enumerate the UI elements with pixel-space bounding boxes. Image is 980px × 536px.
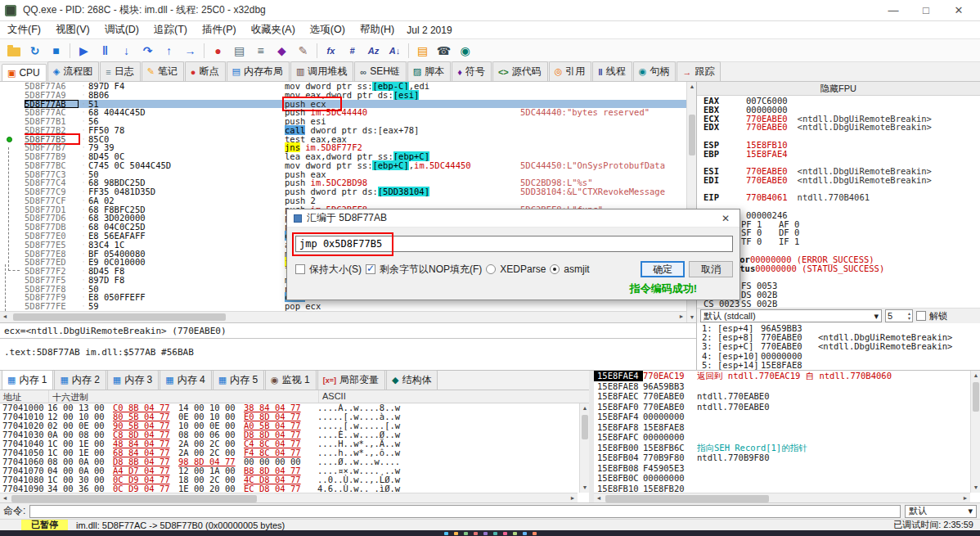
menu-item-plugins[interactable]: 插件(P) — [195, 21, 244, 38]
breakpoint-gutter[interactable] — [0, 196, 25, 205]
tab-breakpoints[interactable]: ●断点 — [185, 61, 226, 81]
scrollbar-thumb[interactable] — [689, 115, 695, 155]
xedparse-radio[interactable] — [486, 264, 496, 274]
tab-source[interactable]: <>源代码 — [492, 61, 548, 81]
stack-row[interactable]: 15E8FB1015E8FB20 — [594, 484, 970, 493]
taskbar-icon[interactable] — [483, 532, 488, 535]
scrollbar-thumb[interactable] — [973, 382, 979, 412]
stack-row[interactable]: 15E8FAF815E8FAE8 — [594, 422, 970, 433]
command-input[interactable] — [29, 505, 901, 518]
arguments-list[interactable]: 1: [esp+4]96A59BB32: [esp+8]770EABE0<ntd… — [697, 324, 980, 370]
breakpoint-gutter[interactable] — [0, 170, 25, 179]
sort-icon[interactable]: A↓ — [384, 41, 405, 60]
memory-map-icon[interactable]: ▤ — [229, 41, 249, 60]
stack-row[interactable]: 15E8FB0C00000000 — [594, 473, 970, 484]
tab-memory-map[interactable]: ▤内存布局 — [227, 61, 290, 81]
asmjit-radio[interactable] — [550, 264, 560, 274]
phone-icon[interactable]: ☎ — [434, 41, 454, 60]
ok-button[interactable]: 确定 — [641, 261, 685, 277]
tab-graph[interactable]: ◈流程图 — [47, 61, 99, 81]
scroll-up-icon[interactable]: ▲ — [971, 371, 980, 381]
flag-cell[interactable]: TF 0 — [741, 237, 779, 246]
tab-locals[interactable]: [x=]局部变量 — [317, 370, 385, 390]
taskbar-icon[interactable] — [523, 532, 527, 535]
register-row[interactable]: ES 002BDS 002B — [704, 291, 980, 300]
breakpoint-gutter[interactable] — [0, 276, 25, 285]
taskbar-icon[interactable] — [464, 532, 468, 535]
breakpoint-gutter[interactable] — [0, 205, 25, 214]
menu-item-file[interactable]: 文件(F) — [0, 21, 48, 38]
open-file-icon[interactable] — [3, 41, 24, 60]
scrollbar-thumb[interactable] — [11, 495, 257, 502]
stack-row[interactable]: 15E8FAE896A59BB3 — [594, 381, 970, 392]
stack-row[interactable]: 15E8FAF0770EABE0ntdll.770EABE0 — [594, 402, 970, 412]
breakpoint-gutter[interactable] — [0, 293, 25, 302]
register-row[interactable]: EIP770B4061ntdll.770B4061 — [704, 193, 980, 202]
tab-call-stack[interactable]: ▥调用堆栈 — [290, 61, 353, 81]
breakpoint-gutter[interactable] — [0, 135, 25, 144]
register-row[interactable]: EBP15E8FAE4 — [704, 150, 980, 159]
breakpoint-gutter[interactable] — [0, 161, 25, 170]
tab-log[interactable]: ≡日志 — [100, 61, 140, 81]
register-value[interactable]: 15E8FB10 — [746, 141, 788, 150]
register-row[interactable]: CS 0023SS 002B — [704, 300, 980, 308]
disasm-row[interactable]: 5D8F77BC·C745 0C 5044C45Dmov dword ptr s… — [0, 161, 686, 170]
stack-row[interactable]: 15E8FAE4770EAC19返回到 ntdll.770EAC19 自 ntd… — [594, 371, 970, 381]
breakpoint-gutter[interactable] — [0, 143, 25, 152]
tab-threads[interactable]: ‖线程 — [592, 61, 632, 81]
breakpoint-gutter[interactable] — [0, 267, 25, 276]
breakpoint-gutter[interactable] — [0, 187, 25, 196]
taskbar-icon[interactable] — [454, 532, 458, 535]
dump-row[interactable]: 7704109034 00 36 000C D9 04 771E 00 20 0… — [0, 484, 578, 493]
register-row[interactable]: LastStatus00000000 (STATUS_SUCCESS) — [704, 264, 980, 273]
disasm-horizontal-scrollbar[interactable]: ◄ ► — [0, 311, 686, 322]
dump-vertical-scrollbar[interactable]: ▲ ▼ — [579, 403, 589, 493]
breakpoint-gutter[interactable] — [0, 117, 25, 126]
register-row[interactable]: LastError00000000 (ERROR_SUCCESS) — [704, 255, 980, 264]
flag-cell[interactable]: SS 002B — [741, 300, 779, 308]
register-row[interactable]: EBX00000000 — [704, 106, 980, 115]
scrollbar-thumb[interactable] — [13, 313, 226, 321]
keep-size-checkbox[interactable] — [295, 264, 305, 274]
step-over-icon[interactable]: ↷ — [137, 41, 158, 60]
breakpoint-gutter[interactable] — [0, 232, 25, 241]
flag-cell[interactable]: DS 002B — [741, 291, 779, 300]
tab-memory-2[interactable]: ▦内存 2 — [54, 370, 106, 390]
taskbar-icon[interactable] — [474, 532, 478, 535]
register-row[interactable]: EDX770EABE0<ntdll.DbgUiRemoteBreakin> — [704, 123, 980, 132]
tab-script[interactable]: ▨脚本 — [407, 61, 451, 81]
stack-row[interactable]: 15E8FB04770B9F80ntdll.770B9F80 — [594, 453, 970, 463]
maximize-button[interactable]: □ — [910, 4, 942, 16]
case-icon[interactable]: Az — [363, 41, 384, 60]
script-type-select[interactable]: 默认 ▾ — [905, 505, 977, 518]
function-icon[interactable]: fx — [321, 41, 341, 60]
notepad-icon[interactable]: ▤ — [412, 41, 433, 60]
tab-seh[interactable]: ∞SEH链 — [354, 61, 407, 81]
register-value[interactable]: 00000000 (ERROR_SUCCESS) — [750, 255, 874, 264]
breakpoint-gutter[interactable] — [0, 223, 25, 232]
breakpoint-gutter[interactable] — [0, 91, 25, 100]
register-value[interactable]: 770EABE0 — [746, 123, 788, 132]
tab-notes[interactable]: ✎笔记 — [142, 61, 184, 81]
register-row[interactable]: ESP15E8FB10 — [704, 141, 980, 150]
register-value[interactable]: 770EABE0 — [746, 176, 788, 185]
breakpoint-gutter[interactable] — [0, 100, 25, 109]
tab-symbols[interactable]: ♦符号 — [452, 61, 492, 81]
register-value[interactable]: 770B4061 — [746, 193, 788, 202]
hide-fpu-button[interactable]: 隐藏FPU — [697, 82, 980, 96]
disasm-row[interactable]: 5D8F77FE·59pop ecx — [0, 302, 686, 311]
dump-rows[interactable]: 7704100016 00 13 00C0 8B 04 7714 00 10 0… — [0, 403, 578, 493]
breakpoint-gutter[interactable] — [0, 302, 25, 311]
stack-row[interactable]: 15E8FAEC770EABE0ntdll.770EABE0 — [594, 391, 970, 402]
dialog-titlebar[interactable]: 汇编于 5D8F77AB ✕ — [287, 209, 739, 227]
breakpoint-gutter[interactable] — [0, 178, 25, 187]
menu-item-debug[interactable]: 调试(D) — [97, 21, 146, 38]
disasm-row[interactable]: 5D8F77A9·8B06mov eax,dword ptr ds:[esi] — [0, 91, 686, 100]
argument-count-spinner[interactable]: 5 ▴▾ — [885, 309, 913, 322]
stop-icon[interactable]: ■ — [46, 41, 66, 60]
spinner-arrows-icon[interactable]: ▴▾ — [908, 311, 910, 321]
breakpoint-gutter[interactable] — [0, 258, 25, 267]
tab-memory-3[interactable]: ▦内存 3 — [107, 370, 159, 390]
breakpoint-gutter[interactable] — [0, 250, 25, 259]
cancel-button[interactable]: 取消 — [689, 261, 733, 277]
